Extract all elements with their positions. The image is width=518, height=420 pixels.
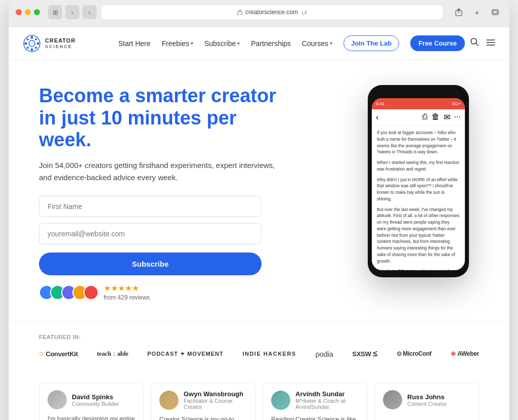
svg-point-11 xyxy=(35,47,37,49)
phone-para-5: But what's REALLY exciting to me is that… xyxy=(377,268,460,270)
menu-icon[interactable] xyxy=(486,38,495,49)
share-button[interactable] xyxy=(452,5,466,19)
svg-point-10 xyxy=(27,38,29,40)
chevron-down-icon: ▾ xyxy=(191,40,193,46)
sidebar-toggle-button[interactable]: ⊞ xyxy=(48,5,62,19)
hero-subtext: Join 54,000+ creators getting firsthand … xyxy=(39,159,282,184)
refresh-icon[interactable] xyxy=(301,9,307,15)
hero-section: Become a smarter creator in just 10 minu… xyxy=(9,60,509,321)
browser-chrome: ⊞ ‹ › creatorscience.com + xyxy=(9,0,509,27)
phone-archive-icon: ✉ xyxy=(444,112,450,122)
featured-logo-sxsw: SXSW≤ xyxy=(352,349,377,358)
close-button[interactable] xyxy=(16,9,22,15)
testimonial-info-3: Arvindh Sundar M*rketer & Coach at Arvin… xyxy=(295,390,359,410)
nav-links: Start Here Freebies ▾ Subscribe ▾ Partne… xyxy=(118,35,465,51)
phone-share-icon: ⎙ xyxy=(422,112,427,122)
featured-logo-podcast-movement: PODCAST ✦ MOVEMENT xyxy=(147,351,223,357)
nav-subscribe[interactable]: Subscribe ▾ xyxy=(204,39,240,48)
featured-logo-podia: podia xyxy=(315,350,333,358)
svg-point-9 xyxy=(37,42,39,45)
minimize-button[interactable] xyxy=(25,9,31,15)
logo-bottom-text: SCIENCE xyxy=(45,44,75,50)
featured-label: FEATURED IN: xyxy=(39,334,479,340)
review-info: ★★★★★ from 429 reviews xyxy=(104,283,150,301)
phone-notch xyxy=(403,91,434,95)
logo-icon xyxy=(23,34,41,53)
featured-logo-indie-hackers: INDIE HACKERS xyxy=(242,351,296,357)
hero-headline: Become a smarter creator in just 10 minu… xyxy=(39,85,282,151)
hero-right: 9:41 5G+ ‹ ⎙ 🗑 ✉ ··· xyxy=(368,85,479,301)
featured-logo-microconf: ⊙ MicroConf xyxy=(397,350,431,357)
svg-point-7 xyxy=(31,48,33,51)
forward-button[interactable]: › xyxy=(82,5,97,19)
testimonial-avatar-3 xyxy=(271,391,290,410)
phone-content: If you look at bigger accounts – folks w… xyxy=(372,125,465,270)
nav-courses[interactable]: Courses ▾ xyxy=(302,39,332,48)
testimonials-list: David Spinks Community Builder I'm basic… xyxy=(9,372,509,420)
join-lab-button[interactable]: Join The Lab xyxy=(343,35,399,51)
svg-point-12 xyxy=(35,38,37,40)
phone-signal: 5G+ xyxy=(452,101,461,106)
browser-tab-bar xyxy=(16,23,502,27)
subscribe-button[interactable]: Subscribe xyxy=(39,253,262,275)
phone-para-2: When I started seeing this, my first rea… xyxy=(377,159,460,173)
navbar: CREATOR SCIENCE Start Here Freebies ▾ Su… xyxy=(9,27,509,60)
testimonials-section: David Spinks Community Builder I'm basic… xyxy=(9,372,509,420)
first-name-input[interactable] xyxy=(39,196,262,217)
testimonial-card-3: Arvindh Sundar M*rketer & Coach at Arvin… xyxy=(263,383,367,420)
svg-point-5 xyxy=(29,40,35,47)
phone-delete-icon: 🗑 xyxy=(431,112,440,122)
avatar-5 xyxy=(83,285,99,300)
phone-time: 9:41 xyxy=(376,101,385,106)
svg-point-8 xyxy=(25,42,27,45)
testimonial-name-3: Arvindh Sundar xyxy=(295,390,359,398)
testimonial-info-4: Russ Johns Content Creator xyxy=(407,393,447,407)
nav-icons xyxy=(470,37,495,49)
logo[interactable]: CREATOR SCIENCE xyxy=(23,34,75,53)
nav-partnerships[interactable]: Partnerships xyxy=(251,39,291,48)
lock-icon xyxy=(237,9,242,15)
first-name-group xyxy=(39,196,282,217)
maximize-button[interactable] xyxy=(34,9,40,15)
address-bar[interactable]: creatorscience.com xyxy=(102,5,443,19)
nav-freebies[interactable]: Freebies ▾ xyxy=(161,39,193,48)
featured-logo-convertkit: ○ ConvertKit xyxy=(39,349,78,358)
featured-logo-teachable: teach:able xyxy=(97,350,128,358)
page-content: CREATOR SCIENCE Start Here Freebies ▾ Su… xyxy=(9,27,509,420)
tabs-button[interactable] xyxy=(488,5,502,19)
hero-left: Become a smarter creator in just 10 minu… xyxy=(39,85,302,301)
free-course-button[interactable]: Free Course xyxy=(410,35,465,51)
testimonial-role-3: M*rketer & Coach at ArvindSundar. xyxy=(295,398,359,410)
phone-mockup: 9:41 5G+ ‹ ⎙ 🗑 ✉ ··· xyxy=(368,85,469,277)
svg-point-13 xyxy=(27,47,29,49)
testimonial-text-2: Creator Science is my go-to newsletter f… xyxy=(159,415,247,420)
hero-content: Become a smarter creator in just 10 minu… xyxy=(39,85,479,301)
browser-actions: + xyxy=(452,5,502,19)
testimonial-info-1: David Spinks Community Builder xyxy=(72,393,119,407)
browser-top-bar: ⊞ ‹ › creatorscience.com + xyxy=(16,5,502,19)
email-input[interactable] xyxy=(39,223,262,244)
new-tab-button[interactable]: + xyxy=(470,5,484,19)
testimonial-info-2: Gwyn Wansbrough Facilitator & Course Cre… xyxy=(184,390,247,410)
featured-logo-aweber: ⊕AWeber xyxy=(451,350,479,357)
testimonial-name-2: Gwyn Wansbrough xyxy=(184,390,247,398)
testimonial-avatar-2 xyxy=(159,391,179,410)
email-group xyxy=(39,223,282,244)
back-button[interactable]: ‹ xyxy=(65,5,79,19)
testimonial-avatar-4 xyxy=(383,390,402,409)
testimonial-author-3: Arvindh Sundar M*rketer & Coach at Arvin… xyxy=(271,390,359,410)
featured-logos: ○ ConvertKit teach:able PODCAST ✦ MOVEME… xyxy=(39,349,479,358)
testimonial-text-3: Reading Creator Science is like attendin… xyxy=(271,415,359,420)
review-count: from 429 reviews xyxy=(104,294,150,301)
testimonial-author-4: Russ Johns Content Creator xyxy=(383,390,470,409)
testimonial-text-1: I'm basically designing my entire creato… xyxy=(48,414,135,420)
testimonial-card-4: Russ Johns Content Creator xyxy=(374,383,479,420)
search-icon[interactable] xyxy=(470,37,479,49)
phone-para-1: If you look at bigger accounts – folks w… xyxy=(377,130,460,155)
star-rating: ★★★★★ xyxy=(104,283,150,293)
nav-start-here[interactable]: Start Here xyxy=(118,39,151,48)
svg-point-6 xyxy=(31,36,33,38)
phone-back-icon: ‹ xyxy=(376,113,378,122)
testimonial-card-1: David Spinks Community Builder I'm basic… xyxy=(39,383,144,420)
chevron-down-icon: ▾ xyxy=(237,40,240,46)
